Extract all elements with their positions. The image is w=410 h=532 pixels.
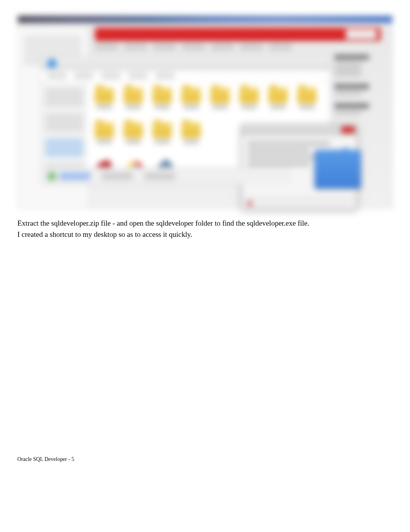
tab-item — [124, 43, 147, 51]
popup-text — [247, 162, 310, 166]
tab-area — [95, 43, 342, 53]
folder-icon — [180, 122, 202, 150]
instruction-line-1: Extract the sqldeveloper.zip file - and … — [17, 218, 393, 229]
download-item — [144, 172, 175, 180]
folder-icon — [93, 88, 115, 115]
blurred-screenshot — [17, 15, 393, 209]
sidebar-entry — [45, 88, 83, 107]
download-icon — [47, 172, 56, 181]
section-line — [334, 112, 361, 115]
page-footer: Oracle SQL Developer - 5 — [17, 456, 74, 462]
section-heading — [334, 54, 369, 60]
file-explorer-window — [41, 56, 330, 185]
folder-icon — [151, 122, 173, 150]
folder-icon — [93, 122, 115, 150]
folder-icon — [267, 88, 288, 115]
tab-item — [240, 43, 263, 51]
folder-icon — [180, 88, 202, 115]
folder-icon — [122, 122, 144, 150]
folder-icon — [238, 88, 259, 115]
window-header — [41, 57, 330, 70]
sidebar-entry-active — [45, 138, 83, 157]
section-line — [334, 68, 361, 71]
popup-footer — [242, 197, 357, 209]
toolbar-item — [101, 72, 120, 79]
download-bar — [41, 167, 291, 185]
right-section — [334, 54, 392, 76]
windows-orb-icon — [47, 59, 57, 68]
toolbar-item — [128, 72, 147, 79]
download-name — [102, 172, 133, 180]
red-banner — [95, 27, 381, 41]
folder-icon — [209, 88, 230, 115]
folder-icon — [122, 88, 144, 115]
toolbar-item — [47, 72, 66, 79]
popup-text — [247, 141, 330, 145]
browser-titlebar — [18, 16, 392, 23]
section-heading — [334, 84, 369, 89]
tab-item — [269, 43, 292, 51]
section-line — [334, 92, 361, 95]
download-item — [47, 172, 90, 181]
browser-frame — [17, 15, 393, 209]
instruction-text-block: Extract the sqldeveloper.zip file - and … — [17, 218, 393, 240]
popup-text — [247, 148, 310, 152]
download-item — [102, 172, 133, 180]
right-section — [334, 103, 392, 115]
tab-item — [182, 43, 205, 51]
section-heading — [334, 103, 369, 109]
tab-item — [211, 43, 234, 51]
window-toolbar — [41, 70, 330, 82]
page-right-sidebar — [334, 54, 392, 190]
folder-icon — [151, 88, 173, 115]
sidebar-entry — [45, 113, 83, 132]
banner-button — [346, 29, 377, 39]
folder-icon — [296, 88, 317, 115]
right-section — [334, 84, 392, 95]
toolbar-item — [155, 72, 175, 79]
section-line — [334, 73, 361, 76]
instruction-line-2: I created a shortcut to my desktop so as… — [17, 229, 393, 240]
download-name — [59, 172, 90, 180]
alert-icon — [247, 201, 252, 206]
tab-item — [153, 43, 176, 51]
toolbar-item — [74, 72, 93, 79]
tab-item — [95, 43, 118, 51]
section-line — [334, 63, 361, 66]
download-name — [144, 172, 175, 180]
